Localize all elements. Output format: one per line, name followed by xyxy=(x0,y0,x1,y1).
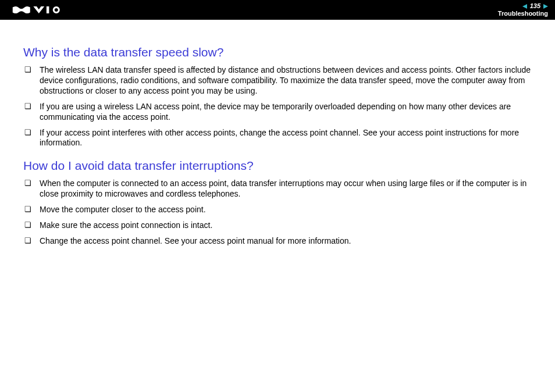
page-content: Why is the data transfer speed slow? The… xyxy=(0,20,555,247)
prev-page-arrow-icon[interactable] xyxy=(522,4,527,9)
header-bar: 135 Troubleshooting xyxy=(0,0,555,20)
question-heading-1: Why is the data transfer speed slow? xyxy=(23,45,534,59)
list-item: Change the access point channel. See you… xyxy=(23,236,534,247)
answer-list-1: The wireless LAN data transfer speed is … xyxy=(23,65,534,148)
list-item: Move the computer closer to the access p… xyxy=(23,205,534,215)
list-item: Make sure the access point connection is… xyxy=(23,220,534,231)
list-item: When the computer is connected to an acc… xyxy=(23,179,534,199)
header-meta: 135 Troubleshooting xyxy=(498,3,548,17)
answer-list-2: When the computer is connected to an acc… xyxy=(23,179,534,247)
section-label: Troubleshooting xyxy=(498,10,548,17)
page-nav: 135 xyxy=(522,3,548,9)
svg-rect-0 xyxy=(47,6,49,13)
list-item: If you are using a wireless LAN access p… xyxy=(23,102,534,123)
next-page-arrow-icon[interactable] xyxy=(543,4,548,9)
list-item: If your access point interferes with oth… xyxy=(23,128,534,149)
question-heading-2: How do I avoid data transfer interruptio… xyxy=(23,159,534,173)
page-number: 135 xyxy=(529,3,541,9)
vaio-logo-icon xyxy=(10,5,63,15)
list-item: The wireless LAN data transfer speed is … xyxy=(23,65,534,97)
